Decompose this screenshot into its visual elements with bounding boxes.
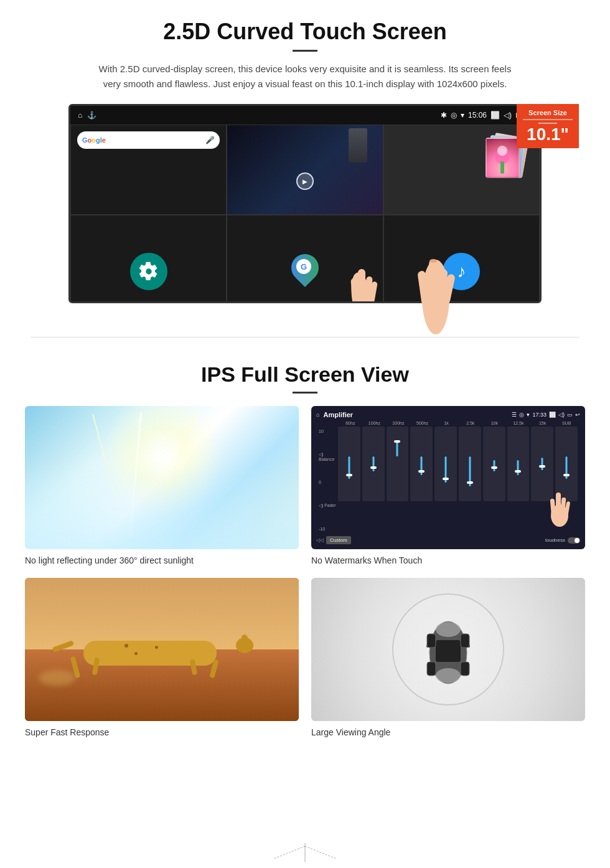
camera-icon: ⬜ bbox=[490, 111, 500, 120]
gear-icon bbox=[139, 262, 159, 281]
maps-content: G bbox=[227, 215, 382, 303]
response-label: Super Fast Response bbox=[25, 727, 299, 737]
amp-time: 17:33 bbox=[532, 412, 547, 418]
cheetah-visual bbox=[25, 578, 299, 721]
bluetooth-icon: ✱ bbox=[441, 111, 447, 120]
section2-title: IPS Full Screen View bbox=[25, 362, 585, 387]
car-visual bbox=[311, 578, 585, 721]
title-underline bbox=[293, 50, 317, 52]
app-cell-maps[interactable]: G bbox=[227, 215, 383, 303]
amplifier-image: ⌂ Amplifier ☰ ◎ ▾ 17:33 ⬜ ◁) ▭ ↩ bbox=[311, 406, 585, 549]
svg-rect-22 bbox=[427, 634, 436, 648]
netflix-bg: ▶ NETFLIX Continue Marvel's Daredevil bbox=[227, 125, 382, 215]
time-display: 15:06 bbox=[468, 111, 487, 120]
screen-size-badge: Screen Size 10.1" bbox=[517, 104, 579, 148]
toggle-knob bbox=[575, 538, 580, 543]
car-topdown-svg bbox=[405, 606, 492, 693]
sunlight-visual bbox=[25, 406, 299, 549]
svg-rect-19 bbox=[436, 640, 461, 662]
svg-rect-25 bbox=[461, 662, 469, 676]
car-image bbox=[311, 578, 585, 721]
status-bar-left: ⌂ ⚓ bbox=[78, 111, 96, 120]
home-icon: ⌂ bbox=[78, 111, 82, 120]
volume-icon: ◁) bbox=[504, 111, 512, 120]
play-button[interactable]: ▶ bbox=[296, 172, 314, 190]
status-bar: ⌂ ⚓ ✱ ◎ ▾ 15:06 ⬜ ◁) ⊠ ▭ bbox=[70, 106, 540, 125]
amp-footer: ◁◁ Custom loudness bbox=[316, 536, 580, 544]
mic-icon: 🎤 bbox=[205, 136, 215, 144]
svg-rect-1 bbox=[358, 269, 365, 303]
app-grid: Google 🎤 Google 3 × 1 bbox=[70, 125, 540, 303]
badge-label: Screen Size bbox=[523, 109, 573, 120]
car-circle bbox=[392, 593, 504, 705]
watermarks-label: No Watermarks When Touch bbox=[311, 555, 585, 565]
feature-watermarks: ⌂ Amplifier ☰ ◎ ▾ 17:33 ⬜ ◁) ▭ ↩ bbox=[311, 406, 585, 565]
section1-title: 2.5D Curved Touch Screen bbox=[37, 19, 573, 45]
section1-description: With 2.5D curved-display screen, this de… bbox=[93, 62, 517, 92]
feature-sunlight: No light reflecting under 360° direct su… bbox=[25, 406, 299, 565]
sound-icon-circle: ♪ bbox=[443, 253, 480, 290]
section2-underline bbox=[293, 392, 317, 394]
loudness-control: loudness bbox=[545, 537, 580, 544]
usb-icon: ⚓ bbox=[87, 111, 96, 120]
app-cell-sound[interactable]: ♪ Sound Search 1 × 1 bbox=[383, 215, 540, 303]
app-cell-settings[interactable]: Settings shortcut 1 × 1 bbox=[70, 215, 227, 303]
app-cell-netflix[interactable]: ▶ NETFLIX Continue Marvel's Daredevil Ne… bbox=[227, 125, 383, 215]
loudness-toggle[interactable] bbox=[568, 537, 580, 544]
sunlight-label: No light reflecting under 360° direct su… bbox=[25, 555, 299, 565]
section-curved-screen: 2.5D Curved Touch Screen With 2.5D curve… bbox=[0, 0, 610, 318]
sunlight-image bbox=[25, 406, 299, 549]
svg-rect-24 bbox=[427, 662, 436, 676]
device-screen: ⌂ ⚓ ✱ ◎ ▾ 15:06 ⬜ ◁) ⊠ ▭ bbox=[68, 104, 542, 303]
device-mockup: Screen Size 10.1" ⌂ ⚓ ✱ ◎ ▾ 15:06 ⬜ ◁) ⊠ bbox=[68, 104, 542, 303]
amplifier-visual: ⌂ Amplifier ☰ ◎ ▾ 17:33 ⬜ ◁) ▭ ↩ bbox=[311, 406, 585, 549]
custom-button[interactable]: Custom bbox=[326, 536, 351, 544]
location-icon: ◎ bbox=[451, 111, 457, 120]
svg-rect-12 bbox=[556, 493, 561, 519]
features-grid: No light reflecting under 360° direct su… bbox=[25, 406, 585, 737]
photo-content bbox=[384, 125, 539, 215]
feature-response: Super Fast Response bbox=[25, 578, 299, 737]
music-note-icon: ♪ bbox=[457, 262, 466, 281]
google-logo: Google bbox=[82, 136, 106, 144]
svg-point-18 bbox=[436, 668, 461, 683]
amp-header: ⌂ Amplifier ☰ ◎ ▾ 17:33 ⬜ ◁) ▭ ↩ bbox=[316, 411, 580, 418]
eq-area: 10 ◁) Balance 0 ◁) Fader -10 bbox=[316, 427, 580, 534]
app-cell-google[interactable]: Google 🎤 Google 3 × 1 bbox=[70, 125, 227, 215]
eq-hand-icon bbox=[546, 481, 574, 531]
google-search-bar[interactable]: Google 🎤 bbox=[77, 131, 220, 149]
svg-point-17 bbox=[436, 622, 461, 637]
settings-icon-circle bbox=[130, 253, 167, 290]
signal-icon: ▾ bbox=[461, 111, 464, 120]
sound-content: ♪ bbox=[384, 215, 539, 303]
eq-side-labels: 10 ◁) Balance 0 ◁) Fader -10 bbox=[319, 427, 336, 534]
feature-viewing: Large Viewing Angle bbox=[311, 578, 585, 737]
netflix-content: ▶ NETFLIX Continue Marvel's Daredevil bbox=[227, 125, 382, 215]
badge-size: 10.1" bbox=[523, 126, 573, 143]
google-content: Google 🎤 bbox=[71, 125, 226, 215]
loudness-label: loudness bbox=[545, 537, 565, 543]
viewing-label: Large Viewing Angle bbox=[311, 727, 585, 737]
settings-content bbox=[71, 215, 226, 303]
eq-bars bbox=[338, 427, 578, 534]
hand-icon bbox=[345, 250, 380, 303]
cheetah-image bbox=[25, 578, 299, 721]
freq-labels: 60hz 100hz 200hz 500hz 1k 2.5k 10k 12.5k… bbox=[316, 421, 580, 425]
section-divider bbox=[30, 337, 580, 337]
svg-rect-23 bbox=[461, 634, 469, 648]
amp-title: Amplifier bbox=[323, 411, 353, 418]
section-ips: IPS Full Screen View No light reflecting… bbox=[0, 356, 610, 756]
